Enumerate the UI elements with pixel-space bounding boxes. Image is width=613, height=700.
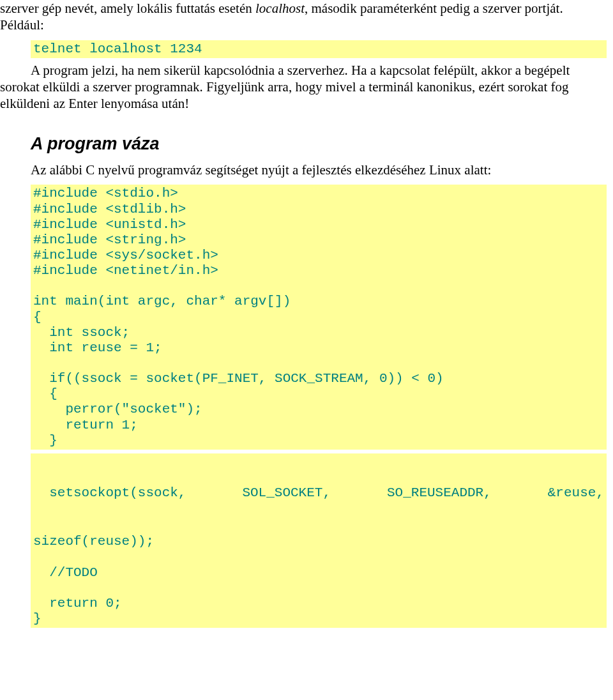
intro-paragraph: szerver gép nevét, amely lokális futtatá…	[0, 0, 607, 34]
code-block-includes: #include <stdio.h> #include <stdlib.h> #…	[31, 185, 607, 449]
setsock-c: SO_REUSEADDR,	[387, 485, 492, 501]
section-intro: Az alábbi C nyelvű programváz segítséget…	[0, 162, 607, 178]
setsock-b: SOL_SOCKET,	[242, 485, 331, 501]
code-block-tail: sizeof(reuse)); //TODO return 0; }	[31, 533, 607, 628]
code-block-telnet: telnet localhost 1234	[31, 40, 607, 58]
setsockopt-line: setsockopt(ssock, SOL_SOCKET, SO_REUSEAD…	[33, 485, 604, 501]
intro-italic: localhost	[255, 1, 305, 16]
setsock-a: setsockopt(ssock,	[33, 485, 186, 501]
intro-pre: szerver gép nevét, amely lokális futtatá…	[0, 1, 255, 16]
section-heading: A program váza	[31, 133, 607, 155]
code-block-setsockopt: setsockopt(ssock, SOL_SOCKET, SO_REUSEAD…	[31, 453, 607, 533]
after-code-paragraph: A program jelzi, ha nem sikerül kapcsoló…	[0, 62, 607, 112]
document-body: szerver gép nevét, amely lokális futtatá…	[0, 0, 613, 644]
setsock-d: &reuse,	[548, 485, 604, 501]
